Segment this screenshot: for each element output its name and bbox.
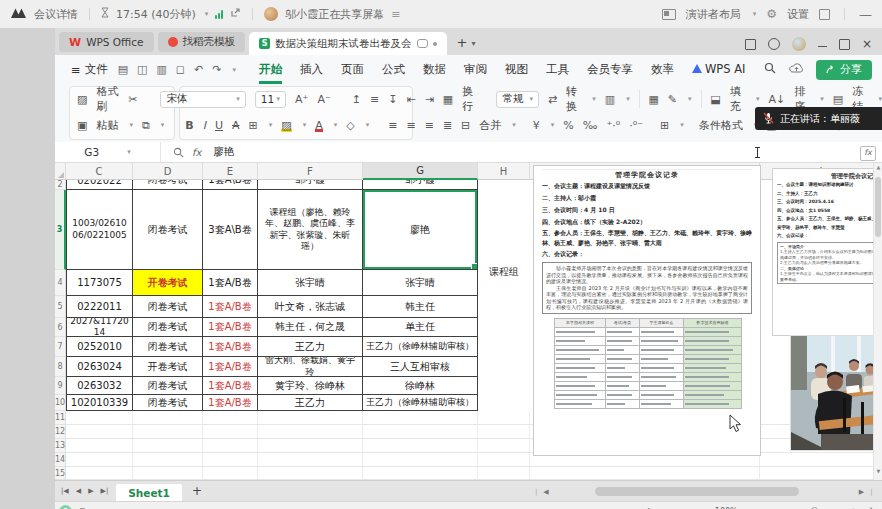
cell-f2[interactable]: 邹小霞 [258, 180, 363, 190]
align-left-icon[interactable]: ≡ [388, 119, 397, 132]
cell-e3[interactable]: 3套A\B卷 [203, 190, 258, 270]
empty-cell[interactable] [258, 411, 363, 425]
fx-icon[interactable]: fx [192, 147, 201, 158]
first-sheet-icon[interactable]: |◀ [61, 487, 69, 495]
row-number[interactable]: 8 [55, 357, 66, 377]
cell-e2[interactable]: 1套A\B卷 [203, 180, 258, 190]
decrease-font-icon[interactable]: A⁻ [317, 93, 330, 106]
empty-cell[interactable] [760, 453, 882, 467]
cell-f6[interactable]: 韩主任，何之晟 [258, 318, 363, 337]
tab-efficiency[interactable]: 效率 [651, 55, 674, 84]
horizontal-scroll-thumb[interactable] [595, 487, 799, 496]
column-header-g[interactable]: G [363, 163, 478, 180]
minimize-window-icon[interactable] [818, 45, 827, 47]
cell-e10[interactable]: 1套A/B卷 [203, 395, 258, 411]
globe-icon[interactable] [768, 38, 780, 50]
empty-cell[interactable] [66, 467, 133, 480]
sort-icon[interactable]: A↓ [768, 93, 785, 106]
tab-list-chevron-icon[interactable]: ▾ [471, 39, 475, 48]
cell-e9[interactable]: 1套A/B卷 [203, 377, 258, 395]
empty-cell[interactable] [530, 467, 760, 480]
cell-f4[interactable]: 张宇晴 [258, 270, 363, 296]
empty-cell[interactable] [363, 425, 478, 439]
borders-icon[interactable]: ⊞ [249, 119, 258, 132]
tab-review[interactable]: 审阅 [464, 55, 487, 84]
row-number[interactable]: 5 [55, 296, 66, 318]
next-sheet-icon[interactable]: ▶ [88, 487, 93, 495]
vertical-scroll-thumb[interactable] [875, 177, 881, 237]
cell-f9[interactable]: 黄宇玲、徐峥林 [258, 377, 363, 395]
scroll-down-icon[interactable]: ▼ [874, 468, 882, 474]
cell-d2[interactable]: 闭卷考试 [133, 180, 203, 190]
meeting-detail-button[interactable]: 会议详情 [34, 7, 78, 22]
open-external-icon[interactable] [230, 7, 241, 21]
cell-d6[interactable]: 闭卷考试 [133, 318, 203, 337]
meeting-timer[interactable]: 17:54 (40分钟) [116, 7, 196, 22]
cell-g6[interactable]: 单主任 [363, 318, 478, 337]
empty-cell[interactable] [133, 467, 203, 480]
empty-cell[interactable] [258, 453, 363, 467]
cell-format-icon[interactable]: ▥ [605, 93, 615, 106]
justify-icon[interactable]: ≣ [443, 119, 452, 132]
cell-c7[interactable]: 0252010 [66, 337, 133, 357]
cell-d8[interactable]: 开卷考试 [133, 357, 203, 377]
row-number[interactable]: 10 [55, 395, 66, 411]
cell-h5[interactable] [478, 296, 530, 318]
redo-icon[interactable]: ↷ [212, 63, 221, 76]
fill-button[interactable]: 填充 [730, 84, 745, 114]
empty-cell[interactable] [258, 439, 363, 453]
paste-icon[interactable]: ▣ [77, 119, 87, 132]
column-header-f[interactable]: F [258, 163, 363, 180]
row-number[interactable]: 9 [55, 377, 66, 395]
cell-g7[interactable]: 王乙力（徐峥林辅助审核） [363, 337, 478, 357]
close-window-icon[interactable]: × [862, 37, 872, 51]
last-sheet-icon[interactable]: ▶| [101, 487, 109, 495]
row-number[interactable]: 2 [55, 180, 66, 190]
network-signal-icon[interactable] [215, 10, 223, 19]
empty-cell[interactable] [478, 467, 530, 480]
row-number[interactable]: 3 [55, 190, 66, 270]
tab-data[interactable]: 数据 [423, 55, 446, 84]
share-button[interactable]: 分享 [816, 60, 872, 80]
cell-f7[interactable]: 王乙力 [258, 337, 363, 357]
bold-button[interactable]: B [185, 119, 193, 132]
cell-h9[interactable] [478, 377, 530, 395]
workspace-icon[interactable] [745, 39, 756, 50]
scroll-left-icon[interactable]: ◀ [543, 488, 548, 496]
freeze-icon[interactable]: ▤ [833, 93, 843, 106]
font-family-select[interactable]: 宋体▾ [160, 91, 245, 108]
clear-format-icon[interactable]: ◇ [346, 119, 354, 132]
convert-icon[interactable]: ⇄ [548, 93, 557, 106]
cell-e6[interactable]: 1套A/B卷 [203, 318, 258, 337]
row-number[interactable]: 6 [55, 318, 66, 337]
cell-d10[interactable]: 闭卷考试 [133, 395, 203, 411]
cell-d7[interactable]: 闭卷考试 [133, 337, 203, 357]
preview-icon[interactable]: ◻ [176, 63, 185, 76]
hamburger-icon[interactable]: ≡ [391, 8, 400, 21]
empty-cell[interactable] [133, 453, 203, 467]
row-number[interactable]: 4 [55, 270, 66, 296]
align-bottom-icon[interactable]: ↧ [388, 93, 397, 106]
magnifier-icon[interactable] [173, 143, 184, 162]
cell-h3[interactable] [478, 190, 530, 270]
empty-cell[interactable] [760, 467, 882, 480]
empty-cell[interactable] [363, 411, 478, 425]
tab-docer-templates[interactable]: 找稻壳模板 [158, 32, 246, 52]
empty-cell[interactable] [478, 453, 530, 467]
comma-style-icon[interactable]: ‰ [583, 119, 598, 132]
cell-g4[interactable]: 张宇晴 [363, 270, 478, 296]
embedded-meeting-minutes-image-1[interactable]: 管理学院会议记录 一、会议主题：课程建设及课堂情况反馈 二、主持人：邬小霞 三、… [533, 165, 761, 456]
tab-insert[interactable]: 插入 [300, 55, 323, 84]
file-menu[interactable]: ≡文件 [71, 62, 108, 77]
empty-cell[interactable] [66, 453, 133, 467]
table-style-icon[interactable]: ▦ [648, 93, 658, 106]
cell-c2[interactable]: 0202022 [66, 180, 133, 190]
row-number[interactable]: 11 [55, 411, 66, 425]
empty-cell[interactable] [203, 439, 258, 453]
empty-cell[interactable] [478, 439, 530, 453]
empty-cell[interactable] [363, 467, 478, 480]
cell-f5[interactable]: 叶文奇，张志诚 [258, 296, 363, 318]
percent-icon[interactable]: % [563, 119, 573, 132]
cell-d9[interactable]: 闭卷考试 [133, 377, 203, 395]
cell-g5[interactable]: 韩主任 [363, 296, 478, 318]
